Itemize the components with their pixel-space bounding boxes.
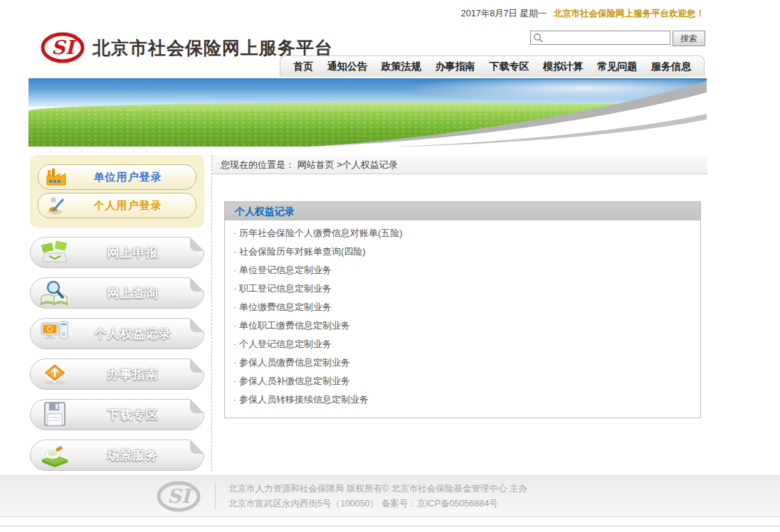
list-item[interactable]: 参保人员缴费信息定制业务 [233,353,700,372]
login-panel: 单位用户登录 个人用户登录 [30,155,204,228]
floppy-disk-icon [39,401,70,428]
list-item[interactable]: 单位职工缴费信息定制业务 [233,316,700,335]
list-item[interactable]: 个人登记信息定制业务 [233,335,700,353]
current-date: 2017年8月7日 星期一 [461,9,547,18]
logo-text: SI [51,36,77,58]
list-item[interactable]: 参保人员转移接续信息定制业务 [233,390,700,409]
footer: SI 北京市人力资源和社会保障局 版权所有© 北京市社会保险基金管理中心 主办 … [0,475,780,517]
topbar: 2017年8月7日 星期一 北京市社会保险网上服务平台欢迎您！ [461,8,705,20]
footer-logo-text: SI [167,485,193,507]
search-input[interactable] [530,31,670,45]
footer-text: 北京市人力资源和社会保障局 版权所有© 北京市社会保险基金管理中心 主办 北京市… [228,482,527,511]
list-item[interactable]: 参保人员补缴信息定制业务 [233,372,700,390]
panel-title: 个人权益记录 [225,202,700,220]
nav-item-notices[interactable]: 通知公告 [327,60,367,73]
corner-fold [190,237,204,251]
teacup-book-icon [39,442,70,469]
envelopes-icon [39,239,70,266]
nav-item-service-info[interactable]: 服务信息 [651,60,691,73]
banner-swoosh [308,78,707,147]
person-pencil-icon [46,196,67,215]
sidebar-item-personal-rights-record[interactable]: 个人权益记录 [30,318,204,349]
personal-user-login-label: 个人用户登录 [67,199,189,213]
breadcrumb-current: 个人权益记录 [342,159,398,170]
search-bar: 搜索 [530,31,705,46]
nav-item-faq[interactable]: 常见问题 [597,60,637,73]
search-button[interactable]: 搜索 [673,31,705,46]
footer-inner: SI 北京市人力资源和社会保障局 版权所有© 北京市社会保险基金管理中心 主办 … [155,480,527,513]
bottom-border-line [0,526,780,526]
personal-user-login-button[interactable]: 个人用户登录 [38,193,196,218]
list-item[interactable]: 单位登记信息定制业务 [233,261,700,280]
sidebar-item-online-declare[interactable]: 网上申报 [30,237,204,268]
list-item[interactable]: 职工登记信息定制业务 [233,280,700,298]
footer-copyright-line: 北京市人力资源和社会保障局 版权所有© 北京市社会保险基金管理中心 主办 [228,482,527,496]
sidebar-item-download-zone[interactable]: 下载专区 [30,399,204,430]
corner-fold [190,440,204,454]
nav-item-simulation[interactable]: 模拟计算 [543,60,583,73]
breadcrumb-separator: > [337,159,342,170]
sidebar: 单位用户登录 个人用户登录 网上申报 [30,155,204,471]
list-item[interactable]: 历年社会保险个人缴费信息对账单(五险) [233,224,700,243]
breadcrumb-prefix: 您现在的位置是： [221,159,295,170]
breadcrumb-home-link[interactable]: 网站首页 [297,159,334,170]
factory-icon [46,168,67,186]
nav-item-policies[interactable]: 政策法规 [381,60,421,73]
sidebar-item-service-guide[interactable]: 办事指南 [30,358,204,390]
corner-fold [190,277,204,292]
signpost-icon [39,361,70,388]
sidebar-item-label: 场景服务 [70,447,195,464]
corner-fold [190,358,204,373]
sidebar-item-label: 网上申报 [70,245,195,261]
sidebar-item-online-query[interactable]: 网上查询 [30,277,204,309]
si-logo-icon: SI [40,31,85,64]
sidebar-item-label: 个人权益记录 [70,326,195,342]
nav-item-guide[interactable]: 办事指南 [436,60,475,73]
footer-address-line: 北京市宣武区永内西街5号（100050） 备案号：京ICP备05056884号 [228,496,527,511]
corner-fold [190,399,204,413]
unit-user-login-label: 单位用户登录 [67,171,189,184]
search-icon [533,33,543,43]
unit-user-login-button[interactable]: 单位用户登录 [38,164,196,190]
hero-banner [28,78,707,147]
magnifier-book-icon [39,280,70,307]
nav-item-downloads[interactable]: 下载专区 [489,60,529,73]
list-item[interactable]: 社会保险历年对账单查询(四险) [233,243,700,261]
sidebar-item-label: 办事指南 [70,366,195,383]
content-panel: 个人权益记录 历年社会保险个人缴费信息对账单(五险) 社会保险历年对账单查询(四… [224,201,701,418]
sidebar-content-divider [211,155,212,472]
main-nav: 首页 通知公告 政策法规 办事指南 下载专区 模拟计算 常见问题 服务信息 [280,55,705,77]
welcome-message: 北京市社会保险网上服务平台欢迎您！ [554,9,705,18]
computer-icon [39,320,70,347]
list-item[interactable]: 单位缴费信息定制业务 [233,298,700,316]
search-input-wrap [530,31,670,46]
sidebar-item-scene-service[interactable]: 场景服务 [30,440,204,471]
sidebar-item-label: 网上查询 [70,285,195,302]
nav-item-home[interactable]: 首页 [293,60,313,73]
corner-fold [190,318,204,332]
footer-divider [215,483,216,510]
sidebar-item-label: 下载专区 [70,407,195,423]
link-list: 历年社会保险个人缴费信息对账单(五险) 社会保险历年对账单查询(四险) 单位登记… [225,220,700,417]
breadcrumb: 您现在的位置是： 网站首页 >个人权益记录 [212,155,707,174]
footer-si-logo-icon: SI [155,480,202,513]
